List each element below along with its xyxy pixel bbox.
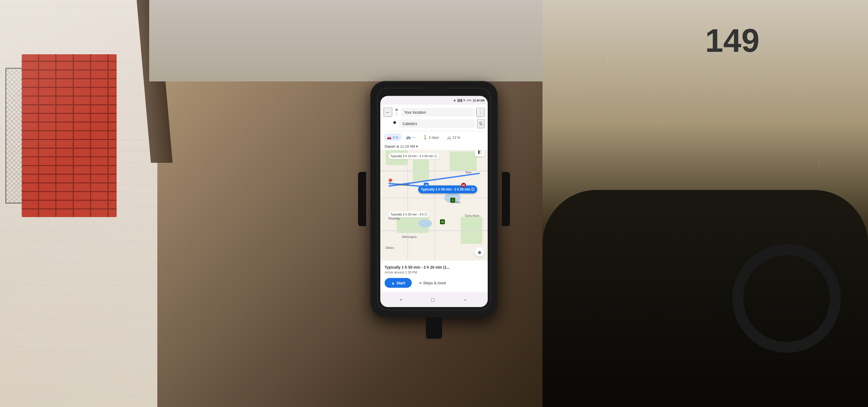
- bike-time: 12 hr: [453, 135, 461, 139]
- depart-chevron: ▾: [416, 144, 418, 149]
- map-road-2: [380, 198, 488, 198]
- city-wilmington: Wilmington: [402, 235, 416, 239]
- tab-walk[interactable]: 🚶 2 days: [420, 133, 442, 141]
- map-water-2: [418, 220, 432, 228]
- bottom-panel: Typically 1 h 50 min - 2 h 20 min (1... …: [380, 260, 488, 292]
- map-road-1: [380, 171, 488, 171]
- status-time: 12:44 AM: [472, 99, 485, 102]
- depart-label: Depart at 11:10 AM: [384, 144, 415, 149]
- nav-row-top: ← ⋮: [383, 107, 485, 117]
- route-connector-bottom: [392, 121, 397, 124]
- more-button[interactable]: ⋮: [476, 107, 485, 117]
- phone-device: ◉ ▐▐▐ ⌘ 33% 12:44 AM ← ⋮: [377, 88, 491, 310]
- android-navbar: ⌐ □ ←: [380, 292, 488, 307]
- status-location-icon: ◉: [454, 99, 456, 102]
- car-time: 2 hr: [393, 135, 399, 139]
- status-wifi: ⌘: [463, 99, 465, 102]
- transit-time: —: [412, 135, 415, 139]
- status-bar: ◉ ▐▐▐ ⌘ 33% 12:44 AM: [380, 96, 488, 105]
- left-window: [0, 0, 157, 407]
- list-icon: ≡: [420, 281, 422, 285]
- brick-wall: [22, 54, 117, 217]
- nav-header: ← ⋮ ⇅: [380, 105, 488, 131]
- phone-mount: ◉ ▐▐▐ ⌘ 33% 12:44 AM ← ⋮: [377, 88, 491, 310]
- map-road-4: [435, 144, 435, 260]
- car-icon: 🚗: [387, 135, 392, 139]
- destination-input[interactable]: [399, 119, 475, 128]
- highway-95: 95: [461, 183, 466, 188]
- route-label-top: Typically 2 h 10 min - 2 h 50 min ⓘ: [389, 153, 439, 159]
- status-battery: 33%: [467, 99, 471, 102]
- status-signal: ▐▐▐: [457, 99, 462, 102]
- map-park-3: [450, 152, 477, 171]
- start-label: Start: [397, 281, 405, 285]
- phone-clamp-right: [502, 172, 510, 226]
- map-container[interactable]: Typically 1 h 50 min - 2 h 20 min ⓘ Typi…: [380, 144, 488, 260]
- map-location-button[interactable]: ◉: [475, 247, 485, 257]
- walk-time: 2 days: [429, 135, 439, 139]
- phone-screen: ◉ ▐▐▐ ⌘ 33% 12:44 AM ← ⋮: [380, 96, 488, 307]
- tab-car[interactable]: 🚗 2 hr: [383, 133, 402, 141]
- tab-transit[interactable]: 🚌 —: [403, 133, 418, 141]
- destination-dot: [393, 121, 396, 124]
- steps-button[interactable]: ≡ Steps & more: [415, 278, 451, 288]
- start-button[interactable]: ▲ Start: [384, 278, 412, 288]
- connector-line: [396, 111, 397, 116]
- highway-78: 78: [424, 183, 429, 188]
- recent-apps-icon[interactable]: ⌐: [398, 294, 405, 305]
- home-icon[interactable]: □: [429, 294, 437, 305]
- nav-row-bottom: ⇅: [383, 119, 485, 128]
- bike-icon: 🚲: [447, 135, 452, 139]
- map-road-3: [407, 144, 408, 260]
- location-pin: 📍: [386, 178, 394, 186]
- city-elkton: Elkton: [386, 246, 394, 249]
- city-reading: Reading: [389, 217, 400, 220]
- depart-row[interactable]: Depart at 11:10 AM ▾: [380, 143, 488, 150]
- map-road-5: [380, 230, 488, 231]
- swap-button[interactable]: ⇅: [477, 119, 485, 128]
- highway-76-1: 76: [440, 220, 445, 224]
- android-back-icon[interactable]: ←: [461, 294, 470, 305]
- route-connector: [394, 108, 399, 116]
- highway-1: 1: [450, 198, 455, 203]
- city-toms-river: Toms River: [465, 214, 479, 217]
- city-new: New: [465, 171, 471, 174]
- origin-input[interactable]: [401, 108, 474, 116]
- bottom-actions: ▲ Start ≡ Steps & more: [384, 278, 484, 288]
- phone-holder-bottom: [426, 317, 442, 339]
- building-number: 149: [705, 22, 760, 59]
- transit-icon: 🚌: [406, 135, 411, 139]
- back-button[interactable]: ←: [383, 107, 392, 117]
- steering-wheel: [733, 244, 841, 353]
- city-allentown: Allentown: [397, 183, 410, 186]
- steps-label: Steps & more: [423, 281, 446, 285]
- phone-clamp-left: [358, 172, 366, 226]
- crosshair-icon: ◉: [478, 249, 482, 254]
- transport-tabs: 🚗 2 hr 🚌 — 🚶 2 days 🚲 12 hr: [380, 132, 488, 143]
- navigation-icon: ▲: [391, 281, 395, 285]
- walk-icon: 🚶: [423, 135, 428, 139]
- phone-notch: [423, 88, 445, 93]
- origin-dot: [396, 108, 398, 111]
- right-area: 149: [542, 0, 868, 407]
- route-summary: Typically 1 h 50 min - 2 h 20 min (1...: [384, 265, 484, 270]
- tab-bike[interactable]: 🚲 12 hr: [443, 133, 464, 141]
- arrive-text: Arrive around 1:30 PM: [384, 271, 484, 274]
